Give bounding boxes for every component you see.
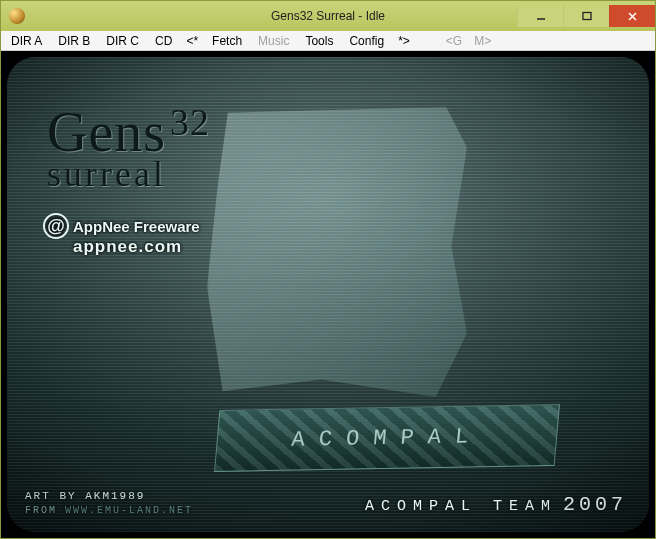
menu-item-cd[interactable]: CD xyxy=(147,32,180,50)
menu-item-dir-a[interactable]: DIR A xyxy=(3,32,50,50)
content-area: Gens32 surreal @AppNee Freeware appnee.c… xyxy=(1,51,655,538)
watermark-line2: appnee.com xyxy=(73,237,200,257)
menu-item-[interactable]: *> xyxy=(392,32,416,50)
menu-item-config[interactable]: Config xyxy=(341,32,392,50)
art-by-value: AKM1989 xyxy=(85,490,145,502)
team-label: ACOMPAL TEAM xyxy=(365,498,557,515)
credits-left: ART BY AKM1989 FROM WWW.EMU-LAND.NET xyxy=(25,489,193,518)
from-label: FROM xyxy=(25,505,57,516)
acompal-banner: ACOMPAL xyxy=(214,404,560,472)
minimize-button[interactable] xyxy=(517,5,563,27)
menu-item-m: M> xyxy=(468,32,497,50)
app-icon xyxy=(9,8,25,24)
menu-item-dir-b[interactable]: DIR B xyxy=(50,32,98,50)
menu-item-g: <G xyxy=(440,32,468,50)
watermark-line1: AppNee Freeware xyxy=(73,218,200,235)
menu-item-tools[interactable]: Tools xyxy=(297,32,341,50)
minimize-icon xyxy=(536,11,546,21)
app-logo: Gens32 surreal xyxy=(47,109,206,189)
window-controls xyxy=(517,5,655,27)
team-year: 2007 xyxy=(563,493,627,516)
app-window: Gens32 Surreal - Idle DIR ADIR BDIR CCD<… xyxy=(0,0,656,539)
menu-item-dir-c[interactable]: DIR C xyxy=(98,32,147,50)
menu-item-music: Music xyxy=(250,32,297,50)
art-by-label: ART BY xyxy=(25,490,77,502)
torn-paper-graphic xyxy=(207,107,467,397)
appnee-watermark: @AppNee Freeware appnee.com xyxy=(43,213,200,257)
maximize-icon xyxy=(582,11,592,21)
credits-right: ACOMPAL TEAM2007 xyxy=(365,493,627,516)
crt-screen: Gens32 surreal @AppNee Freeware appnee.c… xyxy=(7,57,649,532)
titlebar[interactable]: Gens32 Surreal - Idle xyxy=(1,1,655,31)
close-button[interactable] xyxy=(609,5,655,27)
logo-text-surreal: surreal xyxy=(47,159,206,190)
menu-item-fetch[interactable]: Fetch xyxy=(204,32,250,50)
banner-text: ACOMPAL xyxy=(291,424,484,452)
from-url: WWW.EMU-LAND.NET xyxy=(65,505,193,516)
close-icon xyxy=(627,11,638,22)
maximize-button[interactable] xyxy=(563,5,609,27)
menubar: DIR ADIR BDIR CCD<*FetchMusicToolsConfig… xyxy=(1,31,655,51)
at-sign-icon: @ xyxy=(43,213,69,239)
logo-text-32: 32 xyxy=(170,101,210,143)
menu-item-[interactable]: <* xyxy=(180,32,204,50)
svg-rect-1 xyxy=(583,13,591,20)
